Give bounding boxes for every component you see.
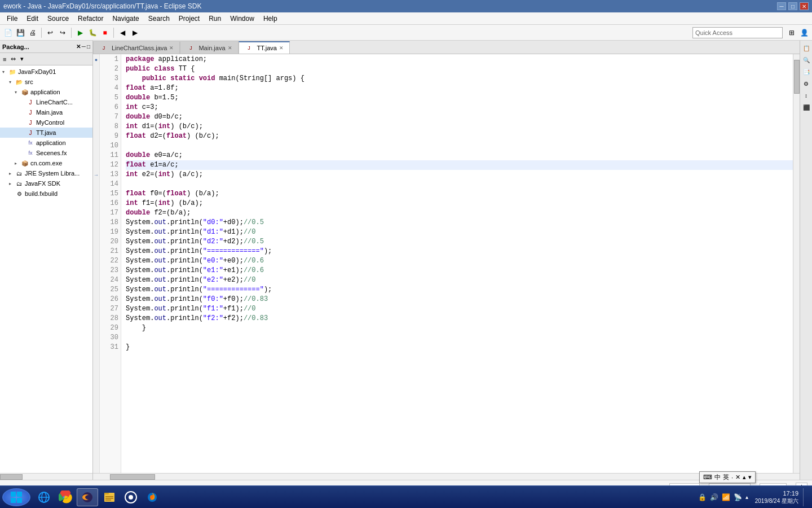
tree-item-application[interactable]: ▾ 📦 application [0,87,92,97]
code-line-25: System.out.println("============="); [126,285,793,295]
sidebar-hscroll-thumb[interactable] [0,474,23,480]
undo-button[interactable]: ↩ [45,27,56,38]
debug-button[interactable]: 🐛 [87,27,98,38]
taskbar-firefox[interactable] [142,488,162,506]
code-line-20: System.out.println("d2:"+d2);//0.5 [126,237,793,247]
tree-item-project[interactable]: ▾ 📁 JavaFxDay01 [0,67,92,77]
taskbar-eclipse[interactable] [77,488,98,506]
tab-close-tt[interactable]: ✕ [279,45,284,51]
menu-edit[interactable]: Edit [22,14,43,24]
sidebar-tb-link[interactable]: ⇔ [9,55,17,63]
tab-close-linechart[interactable]: ✕ [169,45,174,51]
fr-icon-2[interactable]: 🔍 [801,55,811,65]
fr-icon-4[interactable]: ⚙ [801,78,811,89]
tab-linechart[interactable]: J LineChartClass.java ✕ [93,41,180,54]
ime-close[interactable]: ✕ [735,474,740,481]
project-icon: 📁 [8,68,17,76]
ime-arrow-2[interactable]: ▾ [748,474,752,481]
tray-network-icon[interactable]: 🔒 [698,493,707,501]
forward-button[interactable]: ▶ [129,27,140,38]
svg-point-17 [129,495,133,500]
marker-empty-11 [93,160,99,170]
ime-popup[interactable]: ⌨ 中 英 · ✕ ▴ ▾ [699,471,756,483]
tree-item-linechart[interactable]: J LineChartC... [0,97,92,107]
sidebar-tb-collapse[interactable]: ≡ [1,55,8,63]
tab-main[interactable]: J Main.java ✕ [180,41,238,54]
tree-item-tt[interactable]: J TT.java [0,128,92,138]
tree-label-secenes: Secenes.fx [36,150,67,156]
run-button[interactable]: ▶ [74,27,86,38]
editor-hscroll[interactable] [93,473,800,480]
sidebar-hscroll[interactable] [0,473,92,480]
new-button[interactable]: 📄 [2,27,14,38]
tray-volume-icon[interactable]: 🔊 [710,493,718,501]
sidebar-min-icon[interactable]: ─ [82,43,86,50]
code-line-3: public static void main(String[] args) { [126,74,793,84]
fr-icon-5[interactable]: ↕ [801,90,811,100]
print-button[interactable]: 🖨 [27,27,38,38]
tray-network-wifi[interactable]: 📶 [722,493,730,501]
package-icon-cn: 📦 [20,159,29,167]
menu-window[interactable]: Window [226,14,259,24]
tree-item-mycontrol[interactable]: J MyControl [0,117,92,128]
tree-label-build: build.fxbuild [25,190,58,197]
tree-item-src[interactable]: ▾ 📂 src [0,77,92,87]
tree-item-build[interactable]: ⚙ build.fxbuild [0,189,92,199]
redo-button[interactable]: ↪ [57,27,68,38]
back-button[interactable]: ◀ [117,27,128,38]
tab-tt[interactable]: J TT.java ✕ [239,41,290,54]
taskbar-right: 🔒 🔊 📶 📡 ▴ 17:19 2019/8/24 星期六 [698,488,810,506]
tree-item-secenes[interactable]: fx Secenes.fx [0,148,92,158]
menu-file[interactable]: File [2,14,22,24]
tree-label-project: JavaFxDay01 [18,68,56,75]
ime-setting[interactable]: · [731,474,733,481]
sidebar-tb-more[interactable]: ▾ [19,55,25,63]
taskbar-chrome[interactable] [55,488,76,506]
minimize-button[interactable]: ─ [777,2,786,10]
sidebar-close-icon[interactable]: ✕ [76,43,81,50]
tree-item-javafx[interactable]: ▸ 🗂 JavaFX SDK [0,178,92,189]
clock[interactable]: 17:19 2019/8/24 星期六 [755,489,798,505]
tray-arrow[interactable]: ▴ [745,494,748,500]
fr-icon-1[interactable]: 📋 [801,43,811,53]
menu-project[interactable]: Project [174,14,204,24]
save-button[interactable]: 💾 [15,27,26,38]
tree-item-main[interactable]: J Main.java [0,107,92,117]
tab-close-main[interactable]: ✕ [228,45,232,51]
editor-vscroll[interactable] [793,54,800,473]
tree-item-application-fxml[interactable]: fx application [0,138,92,148]
menu-source[interactable]: Source [43,14,73,24]
tree-item-jre[interactable]: ▸ 🗂 JRE System Libra... [0,168,92,178]
quick-access-input[interactable]: Quick Access [692,27,783,38]
menu-search[interactable]: Search [144,14,174,24]
menu-navigate[interactable]: Navigate [108,14,143,24]
taskbar-files[interactable] [99,488,120,506]
taskbar-ie[interactable] [34,488,54,506]
tray-signal-icon[interactable]: 📡 [734,493,742,501]
stop-button[interactable]: ■ [99,27,111,38]
code-line-19: System.out.println("d1:"+d1);//0 [126,227,793,237]
fr-icon-6[interactable]: ⬛ [801,102,811,112]
code-line-12: float e1=a/c; [126,160,793,170]
clock-date: 2019/8/24 星期六 [755,497,798,505]
ime-arrow-1[interactable]: ▴ [743,474,746,481]
toolbar-menu-2[interactable]: 👤 [798,27,810,38]
fr-icon-3[interactable]: 📑 [801,67,811,77]
start-button[interactable] [2,488,30,506]
menu-refactor[interactable]: Refactor [73,14,108,24]
tree-item-cn[interactable]: ▸ 📦 cn.com.exe [0,158,92,168]
editor-vscroll-thumb[interactable] [794,60,800,94]
code-content[interactable]: package application; public class TT { p… [121,54,793,473]
show-desktop[interactable] [803,488,806,506]
menu-run[interactable]: Run [204,14,226,24]
menu-help[interactable]: Help [259,14,282,24]
sidebar-toolbar: ≡ ⇔ ▾ [0,53,92,65]
toolbar-menu-1[interactable]: ⊞ [786,27,797,38]
tree-label-main: Main.java [36,109,63,116]
sidebar-max-icon[interactable]: □ [87,43,90,50]
taskbar-circle[interactable] [121,488,141,506]
close-button[interactable]: ✕ [800,2,809,10]
editor-hscroll-thumb[interactable] [110,474,155,480]
menu-bar: File Edit Source Refactor Navigate Searc… [0,12,812,25]
maximize-button[interactable]: □ [788,2,797,10]
